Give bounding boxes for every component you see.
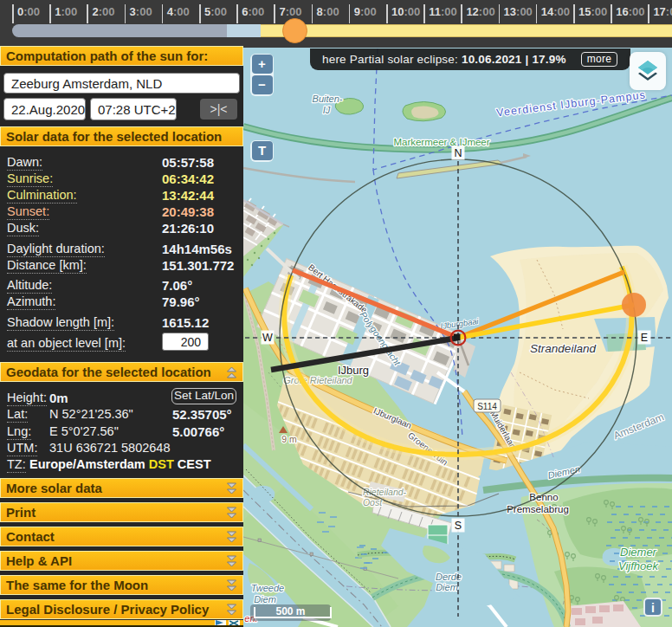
svg-text:Benno: Benno <box>529 492 558 502</box>
svg-text:Tweede: Tweede <box>251 583 284 593</box>
svg-text:Vijfhoek: Vijfhoek <box>618 559 660 572</box>
svg-text:Strandeiland: Strandeiland <box>530 342 596 355</box>
svg-text:IJ: IJ <box>323 105 331 115</box>
svg-text:Markermeer & IJmeer: Markermeer & IJmeer <box>393 137 489 147</box>
svg-text:Premselabrug: Premselabrug <box>507 504 569 514</box>
svg-text:Diem: Diem <box>254 594 276 604</box>
svg-text:S114: S114 <box>477 402 497 411</box>
svg-text:S: S <box>455 520 462 532</box>
svg-text:9 m: 9 m <box>281 434 297 444</box>
svg-text:E: E <box>641 332 648 344</box>
svg-text:W: W <box>262 332 273 344</box>
svg-text:N: N <box>454 147 462 159</box>
svg-text:Diem: Diem <box>436 582 458 592</box>
svg-text:Buiten-: Buiten- <box>313 94 343 104</box>
svg-text:Diemer: Diemer <box>620 546 657 559</box>
